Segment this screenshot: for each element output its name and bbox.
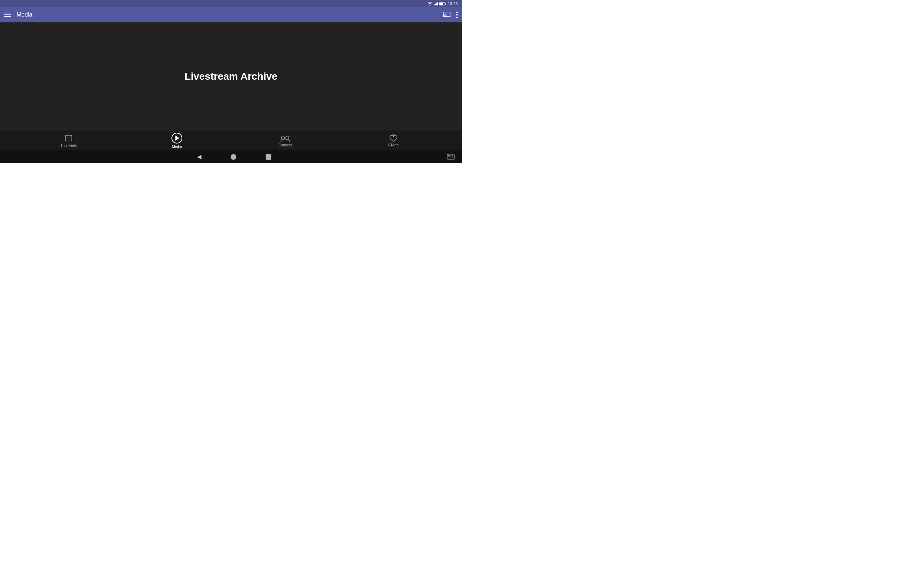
svg-rect-13: [448, 155, 449, 156]
system-nav-buttons: ◀ ⚪ ⬜: [22, 153, 447, 160]
svg-rect-3: [65, 135, 72, 141]
keyboard-button-area: [447, 154, 455, 160]
svg-point-8: [286, 136, 289, 139]
status-time: 10:26: [447, 2, 458, 6]
giving-icon: [389, 134, 398, 142]
svg-rect-18: [449, 156, 450, 157]
app-title: Media: [16, 11, 438, 18]
nav-item-this-week[interactable]: This week: [54, 134, 83, 148]
calendar-icon: [64, 134, 73, 142]
app-bar-actions: [443, 11, 458, 18]
svg-rect-20: [452, 156, 452, 157]
nav-item-connect[interactable]: Connect: [271, 134, 300, 147]
nav-item-giving[interactable]: Giving: [379, 134, 408, 147]
svg-rect-15: [451, 155, 452, 156]
nav-label-this-week: This week: [60, 143, 76, 148]
system-nav-bar: ◀ ⚪ ⬜: [0, 150, 462, 163]
svg-rect-21: [449, 158, 453, 158]
cast-button[interactable]: [443, 12, 451, 18]
recents-button[interactable]: ⬜: [265, 154, 271, 160]
nav-label-connect: Connect: [278, 143, 292, 147]
bottom-nav: This week Media Connect Giving: [0, 131, 462, 150]
nav-item-media[interactable]: Media: [162, 133, 191, 148]
svg-rect-17: [448, 156, 449, 157]
svg-rect-14: [449, 155, 450, 156]
more-options-button[interactable]: [456, 11, 458, 18]
app-bar: Media: [0, 7, 462, 23]
connect-icon: [281, 134, 290, 142]
livestream-title: Livestream Archive: [184, 71, 277, 82]
battery-icon: [439, 2, 446, 5]
status-bar: 10:26: [0, 0, 462, 7]
livestream-area: Livestream Archive: [0, 23, 462, 131]
hamburger-menu-button[interactable]: [4, 13, 11, 17]
nav-label-media: Media: [172, 145, 181, 148]
wifi-icon: [427, 2, 432, 6]
status-icons: 10:26: [427, 2, 458, 6]
signal-icon: [434, 2, 438, 5]
home-button[interactable]: ⚪: [230, 154, 236, 160]
keyboard-icon[interactable]: [447, 154, 455, 160]
svg-rect-16: [452, 155, 452, 156]
svg-rect-19: [451, 156, 452, 157]
back-button[interactable]: ◀: [197, 153, 201, 160]
svg-point-7: [281, 136, 285, 139]
nav-label-giving: Giving: [388, 143, 399, 147]
media-play-icon: [171, 133, 182, 143]
